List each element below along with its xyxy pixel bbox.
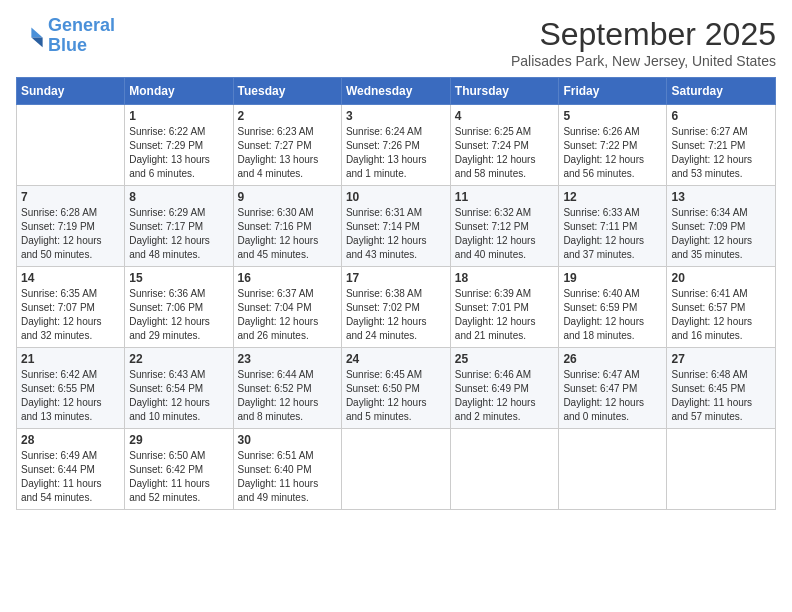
day-info: Sunrise: 6:30 AMSunset: 7:16 PMDaylight:… — [238, 206, 337, 262]
calendar-cell: 16Sunrise: 6:37 AMSunset: 7:04 PMDayligh… — [233, 267, 341, 348]
day-number: 3 — [346, 109, 446, 123]
day-number: 20 — [671, 271, 771, 285]
day-info: Sunrise: 6:43 AMSunset: 6:54 PMDaylight:… — [129, 368, 228, 424]
calendar-header-row: SundayMondayTuesdayWednesdayThursdayFrid… — [17, 78, 776, 105]
day-number: 22 — [129, 352, 228, 366]
day-info: Sunrise: 6:32 AMSunset: 7:12 PMDaylight:… — [455, 206, 555, 262]
calendar-cell: 10Sunrise: 6:31 AMSunset: 7:14 PMDayligh… — [341, 186, 450, 267]
calendar-cell: 27Sunrise: 6:48 AMSunset: 6:45 PMDayligh… — [667, 348, 776, 429]
week-row-2: 7Sunrise: 6:28 AMSunset: 7:19 PMDaylight… — [17, 186, 776, 267]
week-row-4: 21Sunrise: 6:42 AMSunset: 6:55 PMDayligh… — [17, 348, 776, 429]
day-info: Sunrise: 6:28 AMSunset: 7:19 PMDaylight:… — [21, 206, 120, 262]
day-info: Sunrise: 6:40 AMSunset: 6:59 PMDaylight:… — [563, 287, 662, 343]
day-number: 21 — [21, 352, 120, 366]
week-row-5: 28Sunrise: 6:49 AMSunset: 6:44 PMDayligh… — [17, 429, 776, 510]
calendar-cell — [17, 105, 125, 186]
day-info: Sunrise: 6:50 AMSunset: 6:42 PMDaylight:… — [129, 449, 228, 505]
day-number: 2 — [238, 109, 337, 123]
day-info: Sunrise: 6:51 AMSunset: 6:40 PMDaylight:… — [238, 449, 337, 505]
day-number: 8 — [129, 190, 228, 204]
day-number: 27 — [671, 352, 771, 366]
day-info: Sunrise: 6:35 AMSunset: 7:07 PMDaylight:… — [21, 287, 120, 343]
day-number: 10 — [346, 190, 446, 204]
calendar-cell: 14Sunrise: 6:35 AMSunset: 7:07 PMDayligh… — [17, 267, 125, 348]
svg-marker-1 — [31, 37, 42, 47]
calendar-cell: 11Sunrise: 6:32 AMSunset: 7:12 PMDayligh… — [450, 186, 559, 267]
calendar-cell: 28Sunrise: 6:49 AMSunset: 6:44 PMDayligh… — [17, 429, 125, 510]
day-info: Sunrise: 6:27 AMSunset: 7:21 PMDaylight:… — [671, 125, 771, 181]
col-header-sunday: Sunday — [17, 78, 125, 105]
svg-marker-0 — [31, 27, 42, 37]
day-number: 16 — [238, 271, 337, 285]
day-info: Sunrise: 6:46 AMSunset: 6:49 PMDaylight:… — [455, 368, 555, 424]
day-number: 23 — [238, 352, 337, 366]
day-info: Sunrise: 6:26 AMSunset: 7:22 PMDaylight:… — [563, 125, 662, 181]
day-info: Sunrise: 6:36 AMSunset: 7:06 PMDaylight:… — [129, 287, 228, 343]
location-subtitle: Palisades Park, New Jersey, United State… — [511, 53, 776, 69]
day-info: Sunrise: 6:33 AMSunset: 7:11 PMDaylight:… — [563, 206, 662, 262]
day-number: 1 — [129, 109, 228, 123]
logo-icon — [16, 22, 44, 50]
calendar-cell: 24Sunrise: 6:45 AMSunset: 6:50 PMDayligh… — [341, 348, 450, 429]
calendar-cell: 1Sunrise: 6:22 AMSunset: 7:29 PMDaylight… — [125, 105, 233, 186]
logo-line1: General — [48, 15, 115, 35]
day-number: 25 — [455, 352, 555, 366]
col-header-wednesday: Wednesday — [341, 78, 450, 105]
month-title: September 2025 — [511, 16, 776, 53]
day-info: Sunrise: 6:44 AMSunset: 6:52 PMDaylight:… — [238, 368, 337, 424]
calendar-cell: 15Sunrise: 6:36 AMSunset: 7:06 PMDayligh… — [125, 267, 233, 348]
calendar-cell: 25Sunrise: 6:46 AMSunset: 6:49 PMDayligh… — [450, 348, 559, 429]
calendar-cell: 30Sunrise: 6:51 AMSunset: 6:40 PMDayligh… — [233, 429, 341, 510]
day-info: Sunrise: 6:24 AMSunset: 7:26 PMDaylight:… — [346, 125, 446, 181]
calendar-cell: 26Sunrise: 6:47 AMSunset: 6:47 PMDayligh… — [559, 348, 667, 429]
day-number: 30 — [238, 433, 337, 447]
day-info: Sunrise: 6:38 AMSunset: 7:02 PMDaylight:… — [346, 287, 446, 343]
calendar-cell — [450, 429, 559, 510]
day-number: 5 — [563, 109, 662, 123]
calendar-cell — [341, 429, 450, 510]
day-info: Sunrise: 6:49 AMSunset: 6:44 PMDaylight:… — [21, 449, 120, 505]
calendar-cell: 9Sunrise: 6:30 AMSunset: 7:16 PMDaylight… — [233, 186, 341, 267]
day-number: 13 — [671, 190, 771, 204]
col-header-saturday: Saturday — [667, 78, 776, 105]
week-row-3: 14Sunrise: 6:35 AMSunset: 7:07 PMDayligh… — [17, 267, 776, 348]
day-number: 18 — [455, 271, 555, 285]
day-number: 28 — [21, 433, 120, 447]
calendar-cell: 20Sunrise: 6:41 AMSunset: 6:57 PMDayligh… — [667, 267, 776, 348]
logo-text: General Blue — [48, 16, 115, 56]
day-info: Sunrise: 6:39 AMSunset: 7:01 PMDaylight:… — [455, 287, 555, 343]
logo: General Blue — [16, 16, 115, 56]
day-number: 9 — [238, 190, 337, 204]
calendar-cell — [559, 429, 667, 510]
header-area: General Blue September 2025 Palisades Pa… — [16, 16, 776, 69]
day-number: 17 — [346, 271, 446, 285]
day-info: Sunrise: 6:47 AMSunset: 6:47 PMDaylight:… — [563, 368, 662, 424]
calendar-cell: 13Sunrise: 6:34 AMSunset: 7:09 PMDayligh… — [667, 186, 776, 267]
calendar-cell: 3Sunrise: 6:24 AMSunset: 7:26 PMDaylight… — [341, 105, 450, 186]
day-number: 19 — [563, 271, 662, 285]
day-number: 29 — [129, 433, 228, 447]
day-number: 6 — [671, 109, 771, 123]
day-number: 4 — [455, 109, 555, 123]
day-info: Sunrise: 6:31 AMSunset: 7:14 PMDaylight:… — [346, 206, 446, 262]
day-info: Sunrise: 6:48 AMSunset: 6:45 PMDaylight:… — [671, 368, 771, 424]
calendar-cell: 6Sunrise: 6:27 AMSunset: 7:21 PMDaylight… — [667, 105, 776, 186]
calendar-cell: 4Sunrise: 6:25 AMSunset: 7:24 PMDaylight… — [450, 105, 559, 186]
day-number: 15 — [129, 271, 228, 285]
title-area: September 2025 Palisades Park, New Jerse… — [511, 16, 776, 69]
calendar-cell: 7Sunrise: 6:28 AMSunset: 7:19 PMDaylight… — [17, 186, 125, 267]
day-info: Sunrise: 6:22 AMSunset: 7:29 PMDaylight:… — [129, 125, 228, 181]
day-info: Sunrise: 6:41 AMSunset: 6:57 PMDaylight:… — [671, 287, 771, 343]
calendar-cell: 17Sunrise: 6:38 AMSunset: 7:02 PMDayligh… — [341, 267, 450, 348]
calendar-cell: 2Sunrise: 6:23 AMSunset: 7:27 PMDaylight… — [233, 105, 341, 186]
calendar-cell: 23Sunrise: 6:44 AMSunset: 6:52 PMDayligh… — [233, 348, 341, 429]
col-header-friday: Friday — [559, 78, 667, 105]
day-info: Sunrise: 6:29 AMSunset: 7:17 PMDaylight:… — [129, 206, 228, 262]
calendar-cell: 18Sunrise: 6:39 AMSunset: 7:01 PMDayligh… — [450, 267, 559, 348]
calendar-cell: 21Sunrise: 6:42 AMSunset: 6:55 PMDayligh… — [17, 348, 125, 429]
day-number: 7 — [21, 190, 120, 204]
day-info: Sunrise: 6:23 AMSunset: 7:27 PMDaylight:… — [238, 125, 337, 181]
calendar-cell: 8Sunrise: 6:29 AMSunset: 7:17 PMDaylight… — [125, 186, 233, 267]
logo-line2: Blue — [48, 36, 115, 56]
calendar-cell: 12Sunrise: 6:33 AMSunset: 7:11 PMDayligh… — [559, 186, 667, 267]
